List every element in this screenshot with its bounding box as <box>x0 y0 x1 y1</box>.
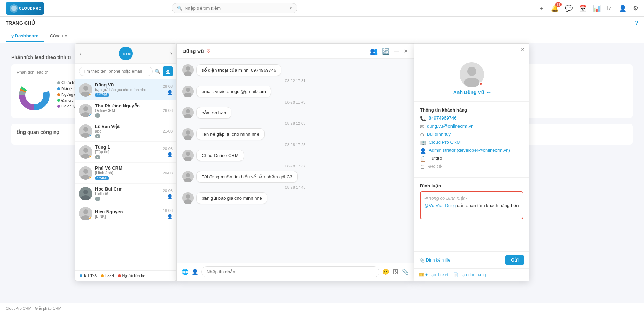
group-icon[interactable]: 👥 <box>370 47 378 55</box>
attach-file-link[interactable]: 📎 Đính kèm file <box>419 258 450 263</box>
contact-panel: ‹ CLOUD › 🔍 + <box>75 43 176 281</box>
customer-field3[interactable]: Bui đinh túy <box>427 131 451 137</box>
tasks-icon[interactable]: ☑ <box>607 5 613 12</box>
add-contact-button[interactable]: + <box>163 66 173 76</box>
contact-time: 20-08 <box>163 171 173 175</box>
customer-field7: -Mô tả- <box>428 164 442 169</box>
legend-dot-lead <box>101 274 104 277</box>
comment-mention: @Vũ Việt Dũng <box>424 203 456 208</box>
message-item: bạn gửi báo giá cho mình nhé <box>182 192 408 204</box>
contact-name: Hoc Bui Crm <box>95 186 160 192</box>
nav-icons: ＋ 🔔 53 💬 📅 📊 ☑ 👤 ⚙ <box>538 4 638 13</box>
message-bubble: số điện thoại của mình: 0974969746 <box>196 64 281 76</box>
contact-name: Phú Vô CRM <box>95 165 160 171</box>
logo[interactable]: CLOUDPRO <box>6 2 44 15</box>
customer-phone[interactable]: 84974969746 <box>429 115 457 121</box>
message-item: số điện thoại của mình: 0974969746 <box>182 64 408 76</box>
settings-icon[interactable]: ⚙ <box>633 5 638 12</box>
contact-tag: - <box>95 155 100 159</box>
customer-avatar <box>460 62 484 87</box>
calendar-icon[interactable]: 📅 <box>579 5 587 12</box>
email-icon: ✉ <box>420 124 424 129</box>
contact-item[interactable]: Hoc Bui Crm Hello t6 - 20-08 👤 <box>75 184 176 204</box>
search-bar[interactable]: 🔍 ▾ <box>172 3 297 13</box>
avatar <box>79 83 92 97</box>
contact-item[interactable]: Thu Phương Nguyễn OnlineCRM - 26-08 <box>75 100 176 121</box>
panel-next-button[interactable]: › <box>170 50 172 57</box>
message-avatar <box>182 128 194 140</box>
close-panel-button[interactable]: ✕ <box>521 47 525 52</box>
svg-text:+: + <box>166 70 167 73</box>
message-bubble: liên hệ gặp lại cho mình nhé <box>196 128 265 140</box>
create-order-button[interactable]: 📄 Tạo đơn hàng <box>453 272 486 277</box>
status-dot <box>89 177 92 179</box>
contact-item[interactable]: Dũng Vũ bạn gửi báo giá cho mình nhé ***… <box>75 79 176 100</box>
svg-point-12 <box>83 86 88 91</box>
contact-preview: [LINK] <box>95 214 160 219</box>
minimize-panel-button[interactable]: — <box>513 47 518 52</box>
create-ticket-button[interactable]: 🎫 + Tạo Ticket <box>419 272 448 277</box>
profile-icon[interactable]: 👤 <box>619 5 627 12</box>
contact-info: Hieu Nguyen [LINK] <box>95 209 160 219</box>
contact-search-input[interactable] <box>79 67 153 76</box>
notifications-icon[interactable]: 🔔 53 <box>551 5 559 12</box>
tab-dashboard[interactable]: y Dashboard <box>6 30 44 42</box>
person-icon[interactable]: 👤 <box>191 269 198 275</box>
status-dot <box>89 135 92 137</box>
desc-icon: 🗒 <box>420 164 425 170</box>
contact-name: Dũng Vũ <box>95 82 160 87</box>
order-icon: 📄 <box>453 272 458 277</box>
contact-info: Phú Vô CRM [Hình ảnh] ***460 <box>95 165 160 180</box>
footer-text: CloudPro CRM - Giải pháp CRM <box>6 306 61 311</box>
contact-item[interactable]: Hieu Nguyen [LINK] 18-08 👤 <box>75 204 176 223</box>
image-icon[interactable]: 🖼 <box>393 269 398 275</box>
minimize-chat-button[interactable]: — <box>394 48 399 54</box>
panel-prev-button[interactable]: ‹ <box>80 50 81 57</box>
message-time: 08-28 12:03 <box>182 121 408 126</box>
chart-icon[interactable]: 📊 <box>593 5 601 12</box>
add-icon[interactable]: ＋ <box>538 4 545 13</box>
globe-icon[interactable]: 🌐 <box>182 269 189 275</box>
avatar <box>79 145 92 159</box>
message-avatar <box>182 64 194 76</box>
close-chat-button[interactable]: ✕ <box>404 48 408 55</box>
contact-list: Dũng Vũ bạn gửi báo giá cho mình nhé ***… <box>75 79 176 270</box>
customer-name[interactable]: Anh Dũng Vũ ✏ <box>420 90 523 95</box>
contact-time: 21-08 <box>163 129 173 133</box>
customer-email[interactable]: dung.vu@onlinecrm.vn <box>427 123 473 129</box>
customer-field5[interactable]: Administrator (developer@onlinecrm.vn) <box>429 148 510 153</box>
contact-item[interactable]: Phú Vô CRM [Hình ảnh] ***460 20-08 <box>75 163 176 184</box>
message-item: liên hệ gặp lại cho mình nhé <box>182 128 408 140</box>
contact-item[interactable]: Tùng 1 [Tập tin] - 20-08 👤 <box>75 142 176 163</box>
attach-icon[interactable]: 📎 <box>402 269 409 275</box>
edit-icon[interactable]: ✏ <box>487 90 490 95</box>
contact-search-button[interactable]: 🔍 <box>155 69 161 74</box>
legend-kh-tho: KH Thô <box>80 274 97 278</box>
send-button[interactable]: Gửi <box>505 255 524 265</box>
contact-item[interactable]: Lê Văn Việt abc - 21-08 <box>75 121 176 142</box>
messages-icon[interactable]: 💬 <box>565 5 573 12</box>
more-options-button[interactable]: ⋮ <box>519 271 525 278</box>
customer-field4[interactable]: Cloud Pro CRM <box>429 140 461 145</box>
message-time: 08-22 17:31 <box>182 79 408 83</box>
message-avatar <box>182 107 194 118</box>
order-label: Tạo đơn hàng <box>460 272 486 277</box>
refresh-icon[interactable]: 🔄 <box>382 47 390 55</box>
svg-text:CLOUD: CLOUD <box>123 53 131 55</box>
tab-debt[interactable]: Công nợ <box>44 30 73 42</box>
chat-message-input[interactable] <box>201 266 379 277</box>
paperclip-icon: 📎 <box>419 258 425 263</box>
comment-box[interactable]: -Không có Bình luận- @Vũ Việt Dũng cần q… <box>420 191 523 219</box>
ticket-label: + Tạo Ticket <box>425 272 448 277</box>
chat-input-icons: 🙂 🖼 📎 <box>382 269 409 275</box>
emoji-icon[interactable]: 🙂 <box>382 269 389 275</box>
help-icon[interactable]: ? <box>635 20 638 26</box>
info-field7-row: 🗒 -Mô tả- <box>420 164 523 170</box>
divider <box>414 101 529 102</box>
search-input[interactable] <box>184 6 287 11</box>
contact-info: Thu Phương Nguyễn OnlineCRM - <box>95 103 160 118</box>
svg-point-51 <box>186 194 190 199</box>
svg-point-21 <box>83 148 88 153</box>
chat-header: Dũng Vũ ♡ 👥 🔄 — ✕ <box>177 44 414 59</box>
customer-info-section: Thông tin khách hàng 📞 84974969746 ✉ dun… <box>414 105 529 174</box>
